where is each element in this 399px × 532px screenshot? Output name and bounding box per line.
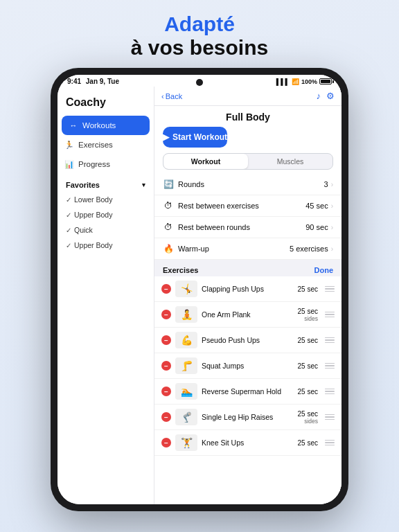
warmup-row[interactable]: 🔥 Warm-up 5 exercises ›: [154, 238, 342, 260]
chevron-right-icon: ›: [331, 181, 333, 188]
tab-bar: Workout Muscles: [163, 153, 333, 170]
sidebar: Coachy ↔ Workouts 🏃 Exercises 📊 Progress…: [57, 87, 154, 504]
page-header: Adapté à vos besoins: [131, 0, 268, 60]
drag-handle[interactable]: [325, 440, 335, 446]
status-time-date: 9:41 Jan 9, Tue: [67, 78, 119, 85]
exercise-row: − 🤸 Clapping Push Ups 25 sec: [154, 276, 342, 302]
detail-header: ‹ Back ♪ ⚙: [154, 87, 342, 106]
exercise-list: − 🤸 Clapping Push Ups 25 sec − 🧘: [154, 276, 342, 504]
exercise-thumbnail: 🏋: [175, 434, 197, 451]
back-button[interactable]: ‹ Back: [161, 92, 182, 100]
chevron-left-icon: ‹: [161, 92, 164, 100]
device-frame: 9:41 Jan 9, Tue ▌▌▌ 📶 100% Coachy ↔ Work…: [51, 68, 348, 511]
favorite-lower-body[interactable]: ✓ Lower Body: [57, 192, 154, 207]
exercise-row: − 🏊 Reverse Superman Hold 25 sec: [154, 379, 342, 405]
favorite-upper-body-2[interactable]: ✓ Upper Body: [57, 238, 154, 253]
workout-title: Full Body: [154, 106, 342, 127]
exercise-thumbnail: 🦵: [175, 357, 197, 374]
drag-handle[interactable]: [325, 286, 335, 292]
chevron-down-icon: ▾: [142, 181, 145, 188]
check-icon: ✓: [66, 211, 71, 219]
device-screen: 9:41 Jan 9, Tue ▌▌▌ 📶 100% Coachy ↔ Work…: [57, 75, 342, 504]
check-icon: ✓: [66, 227, 71, 234]
remove-exercise-button[interactable]: −: [161, 387, 171, 396]
sidebar-item-exercises[interactable]: 🏃 Exercises: [57, 135, 154, 154]
exercise-row: − 🦿 Single Leg Hip Raises 25 sec sides: [154, 405, 342, 430]
signal-icon: ▌▌▌: [276, 78, 290, 85]
exercise-thumbnail: 🏊: [175, 383, 197, 400]
app-logo: Coachy: [57, 94, 154, 116]
camera-notch: [196, 79, 203, 86]
status-right: ▌▌▌ 📶 100%: [276, 78, 332, 85]
header-icons: ♪ ⚙: [317, 91, 335, 101]
exercise-row: − 💪 Pseudo Push Ups 25 sec: [154, 328, 342, 353]
sidebar-item-progress[interactable]: 📊 Progress: [57, 154, 154, 174]
timer-icon: ⏱: [163, 200, 174, 211]
sidebar-item-workouts[interactable]: ↔ Workouts: [62, 116, 150, 135]
chevron-right-icon: ›: [331, 245, 333, 253]
play-icon: ▶: [163, 132, 169, 142]
check-icon: ✓: [66, 242, 71, 249]
exercise-row: − 🧘 One Arm Plank 25 sec sides: [154, 302, 342, 328]
tab-muscles[interactable]: Muscles: [248, 154, 332, 169]
app-body: Coachy ↔ Workouts 🏃 Exercises 📊 Progress…: [57, 87, 342, 504]
detail-list: 🔄 Rounds 3 › ⏱ Rest between exercises 45…: [154, 174, 342, 260]
rounds-icon: 🔄: [163, 179, 174, 190]
drag-handle[interactable]: [325, 414, 335, 420]
music-icon[interactable]: ♪: [317, 91, 321, 101]
workout-title-area: Full Body ▶ Start Workout Workout Muscle…: [154, 106, 342, 174]
exercise-thumbnail: 🧘: [175, 306, 197, 323]
favorite-upper-body-1[interactable]: ✓ Upper Body: [57, 207, 154, 222]
exercise-row: − 🦵 Squat Jumps 25 sec: [154, 353, 342, 379]
favorite-quick[interactable]: ✓ Quick: [57, 222, 154, 238]
remove-exercise-button[interactable]: −: [161, 438, 171, 447]
favorites-section: Favorites ▾: [57, 174, 154, 192]
rounds-row[interactable]: 🔄 Rounds 3 ›: [154, 174, 342, 195]
drag-handle[interactable]: [325, 312, 335, 318]
rest-rounds-row[interactable]: ⏱ Rest between rounds 90 sec ›: [154, 217, 342, 238]
exercises-section-header: Exercises Done: [154, 263, 342, 276]
start-workout-button[interactable]: ▶ Start Workout: [163, 127, 227, 148]
warmup-icon: 🔥: [163, 243, 174, 254]
exercise-thumbnail: 🤸: [175, 281, 197, 297]
remove-exercise-button[interactable]: −: [161, 284, 171, 294]
workouts-icon: ↔: [69, 121, 78, 130]
drag-handle[interactable]: [325, 337, 335, 344]
battery-percent: 100%: [301, 78, 317, 85]
rest-exercises-row[interactable]: ⏱ Rest between exercises 45 sec ›: [154, 195, 342, 217]
chevron-right-icon: ›: [331, 202, 333, 210]
exercise-thumbnail: 💪: [175, 332, 197, 348]
exercise-thumbnail: 🦿: [175, 409, 197, 425]
battery-icon: [319, 78, 332, 85]
remove-exercise-button[interactable]: −: [161, 335, 171, 345]
check-icon: ✓: [66, 196, 71, 204]
remove-exercise-button[interactable]: −: [161, 310, 171, 319]
remove-exercise-button[interactable]: −: [161, 412, 171, 422]
exercises-icon: 🏃: [64, 140, 74, 150]
adapted-text: Adapté: [131, 12, 268, 36]
exercise-row: − 🏋 Knee Sit Ups 25 sec: [154, 430, 342, 456]
progress-icon: 📊: [64, 159, 74, 169]
chevron-right-icon: ›: [331, 224, 333, 231]
wifi-icon: 📶: [292, 78, 299, 85]
timer2-icon: ⏱: [163, 222, 174, 233]
remove-exercise-button[interactable]: −: [161, 361, 171, 371]
done-button[interactable]: Done: [314, 266, 334, 274]
subtitle-text: à vos besoins: [131, 36, 268, 60]
drag-handle[interactable]: [325, 389, 335, 395]
drag-handle[interactable]: [325, 363, 335, 369]
settings-icon[interactable]: ⚙: [326, 91, 335, 101]
right-panel: ‹ Back ♪ ⚙ Full Body ▶ Start Workout: [154, 87, 342, 504]
tab-workout[interactable]: Workout: [163, 154, 248, 169]
